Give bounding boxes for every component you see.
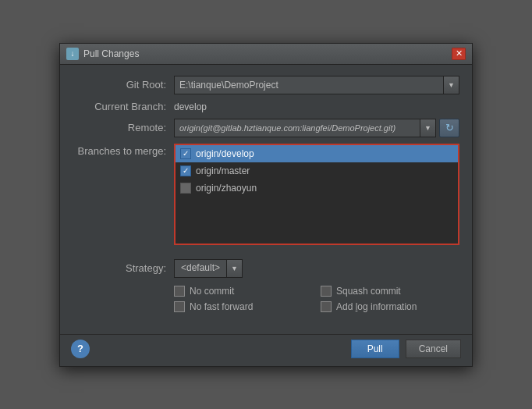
branch-checkbox-develop[interactable] xyxy=(180,148,191,159)
pull-button[interactable]: Pull xyxy=(351,340,399,358)
strategy-row: Strategy: <default> ▼ xyxy=(73,259,459,278)
current-branch-label: Current Branch: xyxy=(73,101,174,112)
git-root-row: Git Root: ▼ xyxy=(73,76,459,94)
cancel-button[interactable]: Cancel xyxy=(406,340,461,358)
checkbox-squash-commit[interactable] xyxy=(321,286,332,297)
remote-dropdown[interactable]: ▼ xyxy=(420,119,436,137)
current-branch-text: develop xyxy=(174,101,207,112)
checkbox-no-fast-forward[interactable] xyxy=(174,301,185,312)
branches-row: Branches to merge: origin/develop origin… xyxy=(73,144,459,245)
branch-item-master[interactable]: origin/master xyxy=(176,162,458,180)
label-squash-commit: Squash commit xyxy=(336,286,401,297)
branch-name-master: origin/master xyxy=(196,165,250,176)
branch-name-zhaoyun: origin/zhaoyun xyxy=(196,183,257,194)
close-button[interactable]: ✕ xyxy=(452,48,466,60)
branch-item-develop[interactable]: origin/develop xyxy=(176,145,458,162)
branch-checkbox-master[interactable] xyxy=(180,165,191,176)
checkbox-no-commit[interactable] xyxy=(174,286,185,297)
checkbox-add-log[interactable] xyxy=(321,301,332,312)
branches-list: origin/develop origin/master origin/zhao… xyxy=(174,144,459,245)
footer-buttons: Pull Cancel xyxy=(351,340,461,358)
remote-label: Remote: xyxy=(73,122,174,133)
title-bar-left: ↓ Pull Changes xyxy=(66,48,139,60)
option-add-log[interactable]: Add log information xyxy=(321,301,459,312)
spacer xyxy=(73,251,459,259)
options-grid: No commit Squash commit No fast forward … xyxy=(174,286,459,312)
dialog-footer: ? Pull Cancel xyxy=(60,334,472,366)
remote-field: ▼ ↻ xyxy=(174,119,459,137)
branch-checkbox-zhaoyun[interactable] xyxy=(180,183,191,194)
git-root-field: ▼ xyxy=(174,76,459,94)
dialog-body: Git Root: ▼ Current Branch: develop Remo… xyxy=(60,65,472,331)
git-root-label: Git Root: xyxy=(73,79,174,91)
git-root-input[interactable] xyxy=(174,76,444,94)
strategy-label: Strategy: xyxy=(73,262,174,274)
current-branch-row: Current Branch: develop xyxy=(73,101,459,112)
remote-input[interactable] xyxy=(174,119,420,137)
strategy-dropdown[interactable]: <default> ▼ xyxy=(174,259,243,278)
git-root-dropdown[interactable]: ▼ xyxy=(444,76,459,94)
remote-refresh-button[interactable]: ↻ xyxy=(439,119,459,137)
remote-row: Remote: ▼ ↻ xyxy=(73,119,459,137)
branches-label: Branches to merge: xyxy=(73,144,174,157)
help-button[interactable]: ? xyxy=(71,340,90,358)
option-no-commit[interactable]: No commit xyxy=(174,286,313,297)
label-no-fast-forward: No fast forward xyxy=(190,301,253,312)
strategy-value: <default> xyxy=(175,260,226,277)
pull-changes-dialog: ↓ Pull Changes ✕ Git Root: ▼ Current Bra… xyxy=(59,43,473,367)
current-branch-value: develop xyxy=(174,101,459,112)
label-add-log: Add log information xyxy=(336,301,417,312)
dialog-title: Pull Changes xyxy=(83,48,139,59)
dialog-icon: ↓ xyxy=(66,48,79,60)
branch-name-develop: origin/develop xyxy=(196,148,254,159)
label-no-commit: No commit xyxy=(190,286,234,297)
option-squash-commit[interactable]: Squash commit xyxy=(321,286,459,297)
option-no-fast-forward[interactable]: No fast forward xyxy=(174,301,313,312)
title-bar: ↓ Pull Changes ✕ xyxy=(60,44,472,65)
strategy-arrow-icon[interactable]: ▼ xyxy=(226,260,242,277)
branch-item-zhaoyun[interactable]: origin/zhaoyun xyxy=(176,180,458,197)
